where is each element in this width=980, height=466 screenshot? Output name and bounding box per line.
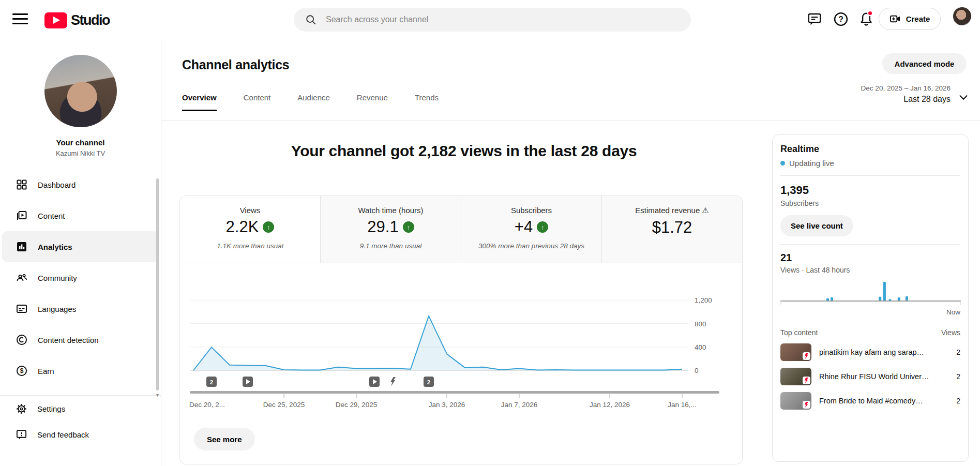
updating-live-status: Updating live <box>780 159 960 168</box>
sidebar-menu: Dashboard Content Analytics <box>0 169 161 447</box>
tab-content[interactable]: Content <box>244 93 271 111</box>
metric-note: 9.1 more than usual <box>321 242 461 250</box>
realtime-panel: Realtime Updating live 1,395 Subscribers… <box>772 134 969 462</box>
svg-text:2: 2 <box>210 379 213 385</box>
divider <box>780 175 960 176</box>
sidebar-item-label: Earn <box>38 367 54 375</box>
sidebar-item-content[interactable]: Content <box>2 200 159 231</box>
create-label: Create <box>906 14 930 23</box>
views-line-chart[interactable]: 04008001,20022Dec 20, 2...Dec 25, 2025De… <box>180 263 743 464</box>
tab-audience[interactable]: Audience <box>297 93 330 111</box>
tab-trends[interactable]: Trends <box>415 93 439 111</box>
shorts-icon <box>803 352 810 360</box>
top-content-row[interactable]: From Bride to Maid #comedy… 2 <box>780 392 960 410</box>
sidebar-item-label: Content <box>38 212 65 220</box>
analytics-tabs: Overview Content Audience Revenue Trends <box>182 93 439 111</box>
chevron-down-icon <box>958 92 969 103</box>
metric-watch-time[interactable]: Watch time (hours) 29.1↑ 9.1 more than u… <box>321 196 461 263</box>
sidebar-item-analytics[interactable]: Analytics <box>2 231 159 262</box>
search-input[interactable] <box>326 15 657 24</box>
sidebar-item-community[interactable]: Community <box>2 262 159 293</box>
search-bar[interactable] <box>294 8 691 32</box>
svg-text:Jan 16,...: Jan 16,... <box>668 401 697 409</box>
channel-name: Your channel <box>0 138 161 147</box>
sidebar-item-label: Settings <box>37 404 65 413</box>
sidebar-item-label: Send feedback <box>37 430 89 439</box>
help-icon[interactable]: ? <box>833 11 849 27</box>
channel-avatar[interactable] <box>44 55 117 127</box>
svg-text:2: 2 <box>427 379 430 385</box>
svg-text:Dec 29, 2025: Dec 29, 2025 <box>336 401 377 409</box>
date-range-picker[interactable]: Dec 20, 2025 – Jan 16, 2026 Last 28 days <box>772 84 980 104</box>
sidebar: Your channel Kazumi Nikki TV Dashboard C… <box>0 39 161 466</box>
scrollbar-down-arrow-icon[interactable]: ▼ <box>155 393 160 398</box>
studio-logo-text: Studio <box>71 12 110 28</box>
metric-strip: Views 2.2K↑ 1.1K more than usual Watch t… <box>180 196 742 263</box>
live-dot-icon <box>780 161 785 166</box>
feedback-comment-icon[interactable] <box>807 11 822 27</box>
metric-note: 1.1K more than usual <box>180 242 320 250</box>
metric-label: Watch time (hours) <box>321 206 461 215</box>
hamburger-menu-icon[interactable] <box>12 13 28 25</box>
analytics-icon <box>16 240 28 253</box>
sidebar-item-earn[interactable]: $ Earn <box>2 355 159 386</box>
see-more-button[interactable]: See more <box>194 428 255 450</box>
sidebar-item-label: Community <box>38 274 77 282</box>
svg-text:$: $ <box>20 367 24 374</box>
sidebar-item-settings[interactable]: Settings <box>2 396 159 422</box>
metric-label: Views <box>180 206 320 215</box>
svg-text:Dec 25, 2025: Dec 25, 2025 <box>263 401 305 409</box>
top-content-row[interactable]: pinatikim kay afam ang sarap… 2 <box>780 343 960 361</box>
tab-revenue[interactable]: Revenue <box>357 93 388 111</box>
metric-value: 29.1 <box>367 218 398 236</box>
video-thumbnail <box>780 368 811 385</box>
sidebar-item-languages[interactable]: Languages <box>2 293 159 324</box>
top-content-row[interactable]: Rhine Rhur FISU World Univer… 2 <box>780 368 960 385</box>
main-content: Channel analytics Advanced mode Overview… <box>161 39 980 466</box>
sidebar-item-content-detection[interactable]: Content detection <box>2 324 159 355</box>
warning-icon: ⚠ <box>702 206 708 215</box>
video-title: From Bride to Maid #comedy… <box>819 397 951 405</box>
realtime-sparkline-chart[interactable] <box>780 278 961 305</box>
realtime-subscriber-count: 1,395 <box>780 184 960 197</box>
chart-h-scrollbar[interactable] <box>190 391 719 394</box>
search-icon <box>305 14 316 25</box>
metric-estimated-revenue[interactable]: Estimated revenue⚠ $1.72 <box>602 196 742 263</box>
content-icon <box>16 209 28 222</box>
notification-badge-dot <box>867 10 873 16</box>
metric-subscribers[interactable]: Subscribers +4↑ 300% more than previous … <box>461 196 602 263</box>
sidebar-item-send-feedback[interactable]: Send feedback <box>2 422 159 447</box>
send-feedback-icon <box>16 429 27 441</box>
account-avatar[interactable] <box>953 7 972 26</box>
views-48h-label: Views · Last 48 hours <box>780 266 960 274</box>
metric-views[interactable]: Views 2.2K↑ 1.1K more than usual <box>180 196 321 263</box>
community-icon <box>16 272 28 284</box>
shorts-icon <box>803 377 810 384</box>
svg-text:Dec 20, 2...: Dec 20, 2... <box>189 401 225 409</box>
video-views: 2 <box>956 397 960 405</box>
notifications-bell-icon[interactable] <box>858 11 874 27</box>
advanced-mode-button[interactable]: Advanced mode <box>882 53 967 74</box>
video-title: pinatikim kay afam ang sarap… <box>819 348 951 356</box>
settings-gear-icon <box>16 403 27 415</box>
see-live-count-button[interactable]: See live count <box>780 215 853 236</box>
metric-note: 300% more than previous 28 days <box>461 242 601 250</box>
tabs-divider <box>161 120 980 121</box>
date-range-text: Dec 20, 2025 – Jan 16, 2026 <box>772 84 980 92</box>
sidebar-item-dashboard[interactable]: Dashboard <box>2 169 159 200</box>
page-title: Channel analytics <box>182 57 289 72</box>
create-button[interactable]: Create <box>879 8 941 30</box>
video-views: 2 <box>956 372 960 381</box>
metric-label: Estimated revenue <box>635 206 700 215</box>
sidebar-scrollbar[interactable] <box>156 178 159 390</box>
date-range-label: Last 28 days <box>772 95 980 104</box>
tab-overview[interactable]: Overview <box>182 93 217 111</box>
metric-value: $1.72 <box>652 218 692 237</box>
video-thumbnail <box>780 392 811 410</box>
metric-label: Subscribers <box>461 206 601 215</box>
metric-value: +4 <box>515 218 533 236</box>
sidebar-item-label: Content detection <box>38 336 99 344</box>
svg-text:1,200: 1,200 <box>695 296 712 304</box>
youtube-studio-logo[interactable]: Studio <box>44 12 110 28</box>
dashboard-icon <box>16 178 28 191</box>
